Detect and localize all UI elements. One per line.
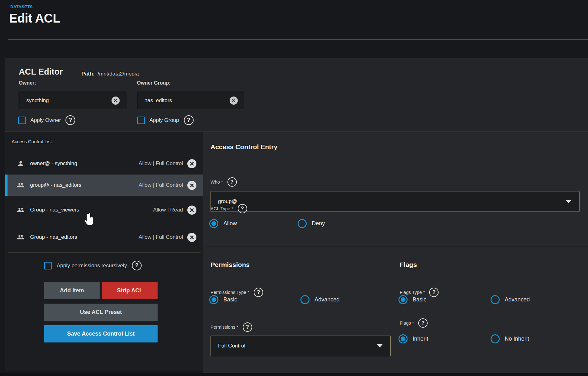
- save-acl-button[interactable]: Save Access Control List: [44, 325, 158, 342]
- add-item-button[interactable]: Add Item: [44, 282, 100, 299]
- acl-row-nas-editors[interactable]: Group - nas_editors Allow | Full Control: [5, 226, 203, 248]
- acl-type-allow-radio[interactable]: Allow: [209, 219, 237, 228]
- flags-type-advanced-radio[interactable]: Advanced: [491, 295, 530, 304]
- recursive-checkbox[interactable]: [44, 262, 52, 269]
- acl-row-who: Group - nas_editors: [30, 234, 139, 240]
- acl-list-panel: Access Control List owner@ - syncthing A…: [5, 132, 203, 371]
- permissions-heading: Permissions: [211, 261, 250, 269]
- radio-label: Advanced: [505, 296, 530, 303]
- radio-label: Inherit: [413, 336, 428, 342]
- strip-acl-button[interactable]: Strip ACL: [102, 282, 158, 299]
- who-label: Who *: [211, 180, 223, 185]
- flags-label: Flags *: [400, 321, 414, 326]
- radio-label: Basic: [223, 296, 237, 303]
- flags-type-label: Flags Type *: [400, 290, 425, 295]
- who-help-icon[interactable]: ?: [227, 177, 237, 187]
- radio-label: Advanced: [315, 296, 340, 303]
- ace-panel: Access Control Entry Who * ? group@ ACL …: [203, 132, 588, 373]
- acl-row-summary: Allow | Full Control: [139, 234, 183, 240]
- radio-icon: [209, 295, 218, 304]
- who-label-row: Who * ?: [211, 177, 237, 187]
- flags-inherit-radio[interactable]: Inherit: [398, 334, 428, 343]
- delete-entry-icon[interactable]: [187, 233, 196, 242]
- path-value: /mnt/data2/media: [98, 71, 139, 77]
- acl-row-nas-viewers[interactable]: Group - nas_viewers Allow | Read: [5, 199, 203, 221]
- radio-label: Allow: [223, 220, 237, 227]
- acl-row-summary: Allow | Full Control: [139, 160, 183, 167]
- permissions-select[interactable]: Full Control: [211, 336, 391, 356]
- permissions-label-row: Permissions * ?: [211, 322, 252, 332]
- flags-label-row: Flags * ?: [400, 318, 428, 328]
- list-divider: [8, 253, 200, 253]
- apply-group-row: Apply Group ?: [137, 115, 194, 125]
- clear-owner-group-icon[interactable]: [230, 97, 238, 105]
- header-divider: [8, 39, 588, 40]
- delete-entry-icon[interactable]: [187, 159, 196, 168]
- page-title: Edit ACL: [9, 11, 60, 25]
- permissions-type-help-icon[interactable]: ?: [254, 288, 263, 297]
- chevron-down-icon: [377, 344, 382, 347]
- acl-row-summary: Allow | Full Control: [139, 182, 183, 188]
- flags-no-inherit-radio[interactable]: No Inherit: [491, 334, 529, 343]
- acl-editor-card: ACL Editor Path:/mnt/data2/media Owner: …: [5, 58, 588, 132]
- permissions-type-basic-radio[interactable]: Basic: [209, 295, 237, 304]
- recursive-help-icon[interactable]: ?: [132, 261, 142, 270]
- flags-heading: Flags: [400, 261, 417, 269]
- recursive-label: Apply permissions recursively: [57, 263, 127, 269]
- apply-owner-checkbox[interactable]: [18, 117, 26, 124]
- acl-type-label: ACL Type *: [211, 206, 233, 211]
- who-select-value: group@: [218, 198, 566, 205]
- radio-icon: [398, 334, 408, 343]
- acl-row-who: group@ - nas_editors: [30, 182, 139, 188]
- ace-title: Access Control Entry: [211, 143, 278, 151]
- flags-type-basic-radio[interactable]: Basic: [398, 295, 426, 304]
- acl-row-who: owner@ - syncthing: [30, 160, 139, 167]
- apply-owner-help-icon[interactable]: ?: [65, 115, 75, 125]
- acl-row-summary: Allow | Read: [153, 207, 183, 213]
- bottom-strip: [0, 373, 588, 376]
- apply-group-label: Apply Group: [149, 117, 179, 123]
- apply-owner-label: Apply Owner: [30, 117, 61, 123]
- owner-group-input[interactable]: nas_editors: [137, 92, 244, 109]
- apply-group-checkbox[interactable]: [137, 117, 145, 124]
- acl-row-owner[interactable]: owner@ - syncthing Allow | Full Control: [5, 153, 203, 175]
- who-select[interactable]: group@: [211, 191, 580, 212]
- acl-list-title: Access Control List: [12, 139, 52, 144]
- recursive-row: Apply permissions recursively ?: [44, 261, 142, 270]
- flags-help-icon[interactable]: ?: [418, 318, 428, 328]
- breadcrumb-datasets[interactable]: DATASETS: [10, 4, 33, 9]
- path-label: Path:: [81, 71, 95, 77]
- radio-icon: [298, 219, 307, 228]
- group-icon: [17, 206, 24, 214]
- acl-type-help-icon[interactable]: ?: [238, 204, 247, 213]
- group-icon: [17, 181, 24, 189]
- owner-label: Owner:: [19, 80, 36, 86]
- flags-type-help-icon[interactable]: ?: [429, 288, 439, 297]
- owner-input[interactable]: syncthing: [19, 92, 126, 109]
- acl-editor-title: ACL Editor: [19, 67, 63, 77]
- permissions-select-value: Full Control: [218, 343, 377, 349]
- apply-group-help-icon[interactable]: ?: [184, 115, 194, 125]
- radio-icon: [300, 295, 310, 304]
- owner-group-label: Owner Group:: [137, 80, 171, 86]
- radio-label: No Inherit: [505, 336, 529, 342]
- permissions-type-advanced-radio[interactable]: Advanced: [300, 295, 340, 304]
- owner-group-input-value[interactable]: nas_editors: [144, 97, 230, 104]
- acl-row-group-at[interactable]: group@ - nas_editors Allow | Full Contro…: [5, 175, 203, 196]
- clear-owner-icon[interactable]: [112, 97, 120, 105]
- use-acl-preset-button[interactable]: Use ACL Preset: [44, 304, 158, 321]
- delete-entry-icon[interactable]: [187, 206, 196, 215]
- acl-type-deny-radio[interactable]: Deny: [298, 219, 325, 228]
- owner-input-value[interactable]: syncthing: [26, 97, 112, 104]
- chevron-down-icon: [566, 200, 571, 203]
- group-icon: [17, 233, 24, 241]
- radio-icon: [398, 295, 408, 304]
- permissions-help-icon[interactable]: ?: [243, 322, 252, 332]
- radio-icon: [491, 334, 500, 343]
- radio-icon: [209, 219, 218, 228]
- permissions-label: Permissions *: [211, 325, 238, 330]
- radio-label: Deny: [312, 220, 325, 227]
- delete-entry-icon[interactable]: [187, 181, 196, 190]
- ace-section-divider: [203, 246, 588, 246]
- dataset-path: Path:/mnt/data2/media: [81, 71, 139, 77]
